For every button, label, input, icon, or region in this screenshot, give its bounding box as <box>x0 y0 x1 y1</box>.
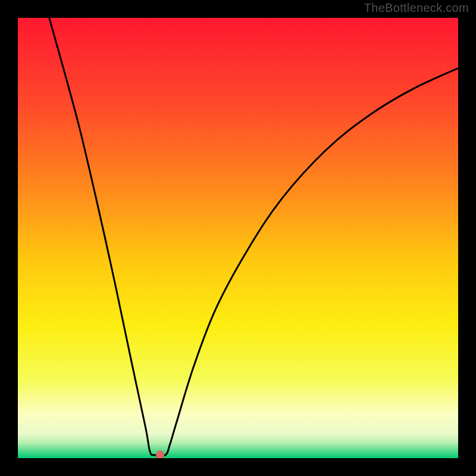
frame-border-left <box>0 0 18 476</box>
watermark-text: TheBottleneck.com <box>364 1 469 15</box>
frame-border-right <box>458 0 476 476</box>
frame-border-bottom <box>0 458 476 476</box>
chart-plot-area <box>18 18 458 458</box>
chart-curve <box>18 18 458 458</box>
